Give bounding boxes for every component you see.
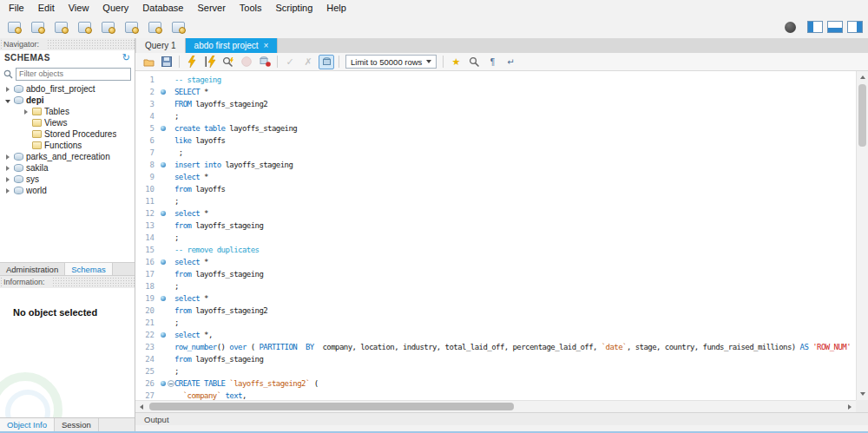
vertical-scrollbar[interactable] bbox=[856, 71, 868, 400]
execute-query-button[interactable] bbox=[184, 55, 200, 69]
line-number: 4 bbox=[135, 110, 158, 122]
tree-item-functions[interactable]: Functions bbox=[0, 140, 135, 151]
limit-rows-dropdown[interactable]: Limit to 50000 rows bbox=[345, 55, 437, 69]
expand-right-icon[interactable] bbox=[4, 86, 11, 93]
save-script-button[interactable] bbox=[159, 55, 174, 69]
code-area[interactable]: 1-- stageing2SELECT *3FROM layoffs_stage… bbox=[135, 71, 856, 400]
tree-item-depi[interactable]: depi bbox=[0, 95, 135, 106]
wrap-text-button[interactable]: ↵ bbox=[503, 55, 518, 69]
tree-item-stored-procedures[interactable]: Stored Procedures bbox=[0, 128, 135, 140]
query-tab-label: Query 1 bbox=[145, 41, 176, 50]
new-sql-tab-button[interactable] bbox=[5, 18, 23, 36]
new-view-button[interactable] bbox=[99, 18, 116, 36]
line-number: 10 bbox=[135, 183, 158, 195]
new-procedure-button[interactable] bbox=[122, 18, 140, 36]
autocommit-toggle-button[interactable] bbox=[319, 55, 334, 69]
open-script-button[interactable] bbox=[141, 55, 156, 69]
horizontal-scroll-thumb[interactable] bbox=[149, 403, 514, 410]
menu-server[interactable]: Server bbox=[190, 3, 232, 13]
scroll-left-icon[interactable] bbox=[140, 404, 143, 410]
beautify-script-button[interactable]: ★ bbox=[448, 55, 464, 69]
code-text: from layoffs_stageing2 bbox=[174, 305, 267, 317]
filter-objects-input[interactable] bbox=[16, 68, 131, 81]
menu-file[interactable]: File bbox=[2, 3, 31, 13]
menu-scripting[interactable]: Scripting bbox=[269, 3, 320, 13]
toggle-invisibles-button[interactable]: ¶ bbox=[484, 55, 500, 69]
gutter-markers bbox=[158, 147, 174, 159]
scroll-down-icon[interactable] bbox=[860, 392, 865, 396]
panel-toggles bbox=[785, 21, 863, 33]
help-icon[interactable] bbox=[785, 22, 796, 33]
toggle-output-area-button[interactable] bbox=[827, 21, 843, 33]
open-sql-script-button[interactable] bbox=[29, 18, 46, 36]
menu-view[interactable]: View bbox=[62, 3, 96, 13]
menu-database[interactable]: Database bbox=[135, 3, 190, 13]
administration-tab[interactable]: Administration bbox=[0, 263, 65, 275]
query-tab-abdo-first-project[interactable]: abdo first project× bbox=[186, 38, 279, 53]
expand-down-icon[interactable] bbox=[4, 97, 11, 104]
scroll-up-icon[interactable] bbox=[860, 75, 865, 79]
rollback-button[interactable]: ✗ bbox=[300, 55, 316, 69]
expand-right-icon[interactable] bbox=[4, 154, 11, 161]
navigator-tabs: AdministrationSchemas bbox=[0, 263, 135, 276]
new-function-button[interactable] bbox=[146, 18, 163, 36]
tree-item-parks-and-recreation[interactable]: parks_and_recreation bbox=[0, 151, 135, 162]
sql-editor[interactable]: 1-- stageing2SELECT *3FROM layoffs_stage… bbox=[135, 71, 868, 412]
code-text: ; bbox=[174, 232, 179, 244]
explain-query-button[interactable] bbox=[220, 55, 236, 69]
vertical-scroll-thumb[interactable] bbox=[858, 84, 866, 147]
mysql-watermark bbox=[0, 372, 62, 417]
code-line: 6like layoffs bbox=[135, 134, 856, 147]
refresh-schemas-icon[interactable]: ↻ bbox=[122, 53, 130, 62]
new-schema-button[interactable] bbox=[52, 18, 69, 36]
tree-item-label: abdo_first_project bbox=[26, 84, 95, 94]
stop-on-error-toggle-button[interactable] bbox=[257, 55, 273, 69]
expand-right-icon[interactable] bbox=[4, 176, 11, 183]
code-text: from layoffs bbox=[174, 183, 225, 195]
horizontal-scrollbar[interactable] bbox=[135, 400, 856, 412]
menu-help[interactable]: Help bbox=[319, 3, 353, 13]
tree-item-abdo-first-project[interactable]: abdo_first_project bbox=[0, 83, 135, 95]
code-text: CREATE TABLE `layoffs_stageing2` ( bbox=[174, 377, 319, 390]
session-tab[interactable]: Session bbox=[55, 418, 99, 431]
code-line: 13from layoffs_stageing bbox=[135, 220, 856, 232]
schemas-tab[interactable]: Schemas bbox=[65, 263, 113, 275]
find-button[interactable] bbox=[466, 55, 482, 69]
code-line: 10from layoffs bbox=[135, 183, 856, 195]
expand-right-icon[interactable] bbox=[23, 108, 30, 115]
close-tab-icon[interactable]: × bbox=[264, 42, 269, 50]
query-tab-query-1[interactable]: Query 1 bbox=[136, 38, 186, 53]
main-toolbar-icons bbox=[5, 18, 187, 36]
toggle-sidebar-button[interactable] bbox=[807, 21, 823, 33]
new-schema-icon bbox=[55, 22, 68, 33]
filter-search-icon bbox=[3, 69, 13, 79]
tree-item-world[interactable]: world bbox=[0, 185, 135, 196]
execute-current-statement-button[interactable] bbox=[202, 55, 218, 69]
line-number: 17 bbox=[135, 268, 158, 280]
object-info-tab[interactable]: Object Info bbox=[0, 418, 55, 431]
menu-query[interactable]: Query bbox=[95, 3, 135, 13]
menu-edit[interactable]: Edit bbox=[31, 3, 62, 13]
tree-item-tables[interactable]: Tables bbox=[0, 106, 135, 117]
schema-icon bbox=[14, 153, 23, 161]
expand-right-icon[interactable] bbox=[4, 165, 11, 172]
expand-right-icon[interactable] bbox=[4, 187, 11, 194]
menu-tools[interactable]: Tools bbox=[233, 3, 269, 13]
fold-marker-icon[interactable] bbox=[168, 380, 174, 387]
new-table-button[interactable] bbox=[76, 18, 93, 36]
output-header[interactable]: Output bbox=[135, 412, 868, 425]
tree-item-sys[interactable]: sys bbox=[0, 174, 135, 185]
main-toolbar bbox=[0, 16, 868, 38]
commit-button[interactable]: ✓ bbox=[282, 55, 298, 69]
search-table-data-button[interactable] bbox=[169, 18, 187, 36]
toggle-secondary-sidebar-button[interactable] bbox=[847, 21, 863, 33]
stop-query-button[interactable] bbox=[239, 55, 254, 69]
line-number: 20 bbox=[135, 305, 158, 317]
code-line: 25; bbox=[135, 365, 856, 377]
code-text: create table layoffs_stageing bbox=[174, 122, 297, 134]
line-number: 5 bbox=[135, 122, 158, 134]
scroll-right-icon[interactable] bbox=[848, 404, 852, 410]
schema-tree: abdo_first_projectdepiTablesViewsStored … bbox=[0, 82, 135, 262]
tree-item-sakila[interactable]: sakila bbox=[0, 162, 135, 174]
tree-item-views[interactable]: Views bbox=[0, 117, 135, 128]
